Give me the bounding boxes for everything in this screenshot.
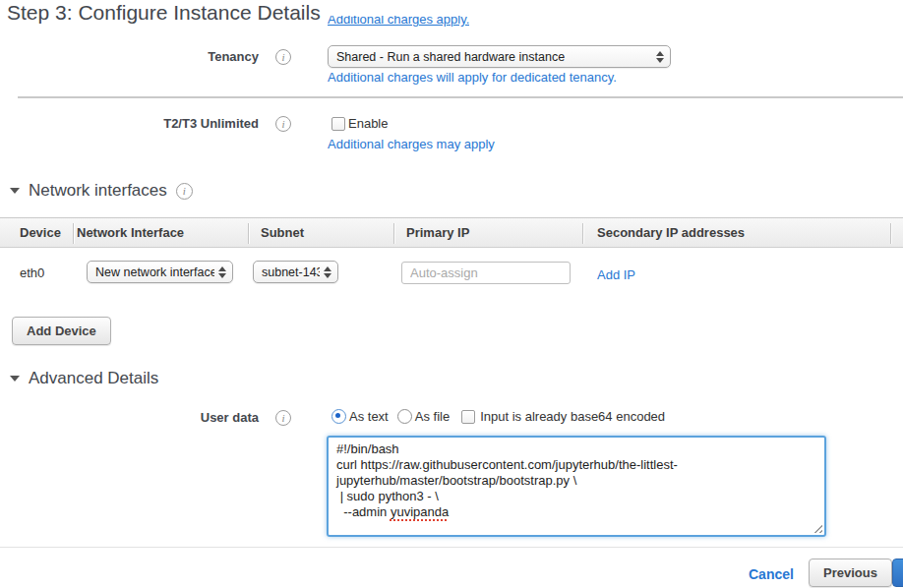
footer-divider	[0, 547, 903, 548]
column-divider	[73, 223, 74, 244]
col-header-primary-ip: Primary IP	[406, 225, 469, 240]
select-arrows-icon	[320, 266, 334, 278]
user-data-misspelled-word: yuvipanda	[391, 504, 449, 519]
tenancy-label: Tenancy	[0, 49, 259, 64]
t2t3-enable-label: Enable	[348, 116, 388, 131]
subnet-select-value: subnet-143f9263	[254, 265, 320, 279]
tenancy-info-icon[interactable]	[275, 49, 291, 65]
add-ip-link[interactable]: Add IP	[597, 267, 635, 282]
base64-encoded-label: Input is already base64 encoded	[480, 409, 665, 424]
network-interface-select-value: New network interface	[88, 265, 214, 279]
t2t3-info-icon[interactable]	[275, 116, 291, 132]
network-interface-select[interactable]: New network interface	[87, 261, 233, 283]
previous-button[interactable]: Previous	[809, 559, 892, 587]
column-divider	[248, 223, 249, 244]
partial-additional-charges-link[interactable]: Additional charges apply.	[328, 16, 469, 29]
tenancy-select[interactable]: Shared - Run a shared hardware instance	[328, 45, 671, 68]
user-data-label: User data	[0, 410, 259, 425]
network-interfaces-info-icon[interactable]	[176, 183, 193, 200]
column-divider	[890, 223, 891, 244]
configure-instance-details-page: Step 3: Configure Instance Details Addit…	[0, 0, 903, 588]
cancel-link[interactable]: Cancel	[749, 566, 794, 582]
user-data-info-icon[interactable]	[275, 410, 291, 426]
primary-ip-input[interactable]	[401, 262, 571, 284]
as-text-radio[interactable]	[331, 409, 346, 424]
add-device-button[interactable]: Add Device	[12, 317, 111, 345]
network-interfaces-section-toggle[interactable]: Network interfaces	[10, 181, 193, 201]
as-file-radio[interactable]	[397, 409, 412, 424]
column-divider	[582, 223, 583, 244]
collapse-caret-icon	[10, 188, 20, 194]
page-title: Step 3: Configure Instance Details	[7, 1, 321, 25]
select-arrows-icon	[214, 266, 229, 278]
section-divider	[18, 96, 903, 98]
collapse-caret-icon	[10, 376, 20, 382]
as-file-label: As file	[415, 409, 450, 424]
user-data-textarea[interactable]: #!/bin/bash curl https://raw.githubuserc…	[327, 436, 826, 537]
tenancy-charges-link[interactable]: Additional charges will apply for dedica…	[328, 70, 617, 85]
column-divider	[393, 223, 394, 244]
network-interfaces-heading: Network interfaces	[29, 181, 167, 201]
t2t3-charges-link[interactable]: Additional charges may apply	[328, 137, 495, 151]
t2t3-unlimited-label: T2/T3 Unlimited	[0, 116, 259, 131]
t2t3-enable-checkbox[interactable]	[331, 117, 345, 131]
tenancy-select-value: Shared - Run a shared hardware instance	[329, 50, 652, 64]
network-interfaces-table-header: Device Network Interface Subnet Primary …	[0, 217, 903, 248]
col-header-secondary-ips: Secondary IP addresses	[597, 225, 745, 240]
partial-additional-charges-link-text: Additional charges apply.	[328, 16, 469, 29]
advanced-details-heading: Advanced Details	[29, 369, 158, 388]
col-header-subnet: Subnet	[261, 225, 304, 240]
subnet-select[interactable]: subnet-143f9263	[253, 261, 338, 283]
col-header-network-interface: Network Interface	[77, 225, 184, 240]
review-and-launch-button-partial[interactable]	[892, 559, 903, 587]
user-data-input-mode-group: As text As file Input is already base64 …	[331, 409, 665, 424]
device-name: eth0	[20, 265, 44, 280]
as-text-label: As text	[349, 409, 389, 424]
user-data-text: #!/bin/bash curl https://raw.githubuserc…	[336, 441, 678, 519]
select-arrows-icon	[652, 51, 667, 63]
base64-encoded-checkbox[interactable]	[461, 410, 475, 424]
advanced-details-section-toggle[interactable]: Advanced Details	[10, 369, 158, 388]
col-header-device: Device	[20, 225, 61, 240]
